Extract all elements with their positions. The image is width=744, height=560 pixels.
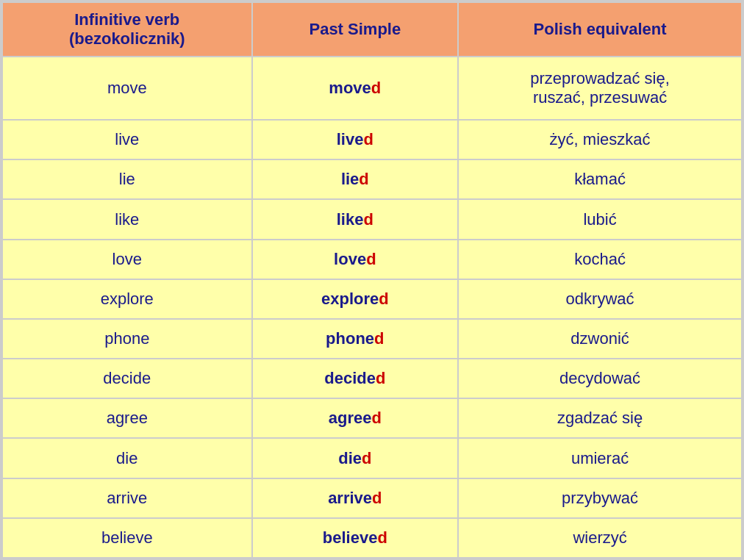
- infinitive-cell: explore: [2, 279, 252, 319]
- polish-cell: decydować: [458, 359, 742, 398]
- polish-cell: wierzyć: [458, 518, 742, 558]
- polish-cell: dzwonić: [458, 319, 742, 359]
- table-row: exploreexploredodkrywać: [2, 279, 742, 319]
- infinitive-cell: agree: [2, 398, 252, 438]
- polish-cell: kłamać: [458, 159, 742, 199]
- past-simple-cell: liked: [252, 199, 459, 239]
- past-simple-cell: decided: [252, 359, 459, 398]
- infinitive-cell: believe: [2, 518, 252, 558]
- polish-cell: przybywać: [458, 478, 742, 518]
- infinitive-cell: like: [2, 199, 252, 239]
- table-row: likelikedlubić: [2, 199, 742, 239]
- past-simple-cell: died: [252, 438, 459, 478]
- past-simple-cell: believed: [252, 518, 459, 558]
- polish-cell: odkrywać: [458, 279, 742, 319]
- suffix-text: d: [371, 409, 381, 427]
- polish-cell: umierać: [458, 438, 742, 478]
- table-row: decidedecideddecydować: [2, 359, 742, 398]
- suffix-text: d: [372, 489, 382, 507]
- table-row: arrivearrivedprzybywać: [2, 478, 742, 518]
- table-row: lieliedkłamać: [2, 159, 742, 199]
- stem-text: move: [329, 79, 371, 97]
- main-table-container: Infinitive verb(bezokolicznik) Past Simp…: [0, 0, 744, 560]
- infinitive-cell: phone: [2, 319, 252, 359]
- suffix-text: d: [362, 449, 371, 467]
- header-row: Infinitive verb(bezokolicznik) Past Simp…: [2, 2, 742, 57]
- table-row: diediedumierać: [2, 438, 742, 478]
- table-row: movemovedprzeprowadzać się,ruszać, przes…: [2, 57, 742, 120]
- table-row: lovelovedkochać: [2, 240, 742, 279]
- past-simple-cell: lived: [252, 120, 459, 159]
- suffix-text: d: [359, 170, 368, 188]
- infinitive-cell: love: [2, 240, 252, 279]
- stem-text: lie: [341, 170, 359, 188]
- table-row: agreeagreedzgadzać się: [2, 398, 742, 438]
- suffix-text: d: [366, 250, 376, 268]
- past-simple-cell: agreed: [252, 398, 459, 438]
- suffix-text: d: [363, 130, 373, 148]
- stem-text: decide: [324, 369, 376, 387]
- past-simple-cell: arrived: [252, 478, 459, 518]
- stem-text: like: [337, 210, 364, 229]
- table-row: phonephoneddzwonić: [2, 319, 742, 359]
- polish-cell: zgadzać się: [458, 398, 742, 438]
- stem-text: believe: [323, 528, 378, 547]
- past-simple-cell: explored: [252, 279, 459, 319]
- header-polish: Polish equivalent: [458, 2, 742, 57]
- suffix-text: d: [371, 79, 381, 97]
- polish-cell: przeprowadzać się,ruszać, przesuwać: [458, 57, 742, 120]
- stem-text: live: [337, 130, 364, 148]
- header-past-simple: Past Simple: [252, 2, 459, 57]
- stem-text: explore: [321, 290, 379, 308]
- suffix-text: d: [376, 369, 385, 387]
- header-infinitive: Infinitive verb(bezokolicznik): [2, 2, 252, 57]
- infinitive-cell: lie: [2, 159, 252, 199]
- suffix-text: d: [374, 329, 384, 348]
- stem-text: love: [334, 250, 366, 268]
- polish-cell: lubić: [458, 199, 742, 239]
- stem-text: phone: [326, 329, 374, 348]
- suffix-text: d: [363, 210, 373, 229]
- past-simple-cell: moved: [252, 57, 459, 120]
- suffix-text: d: [377, 528, 387, 547]
- infinitive-cell: live: [2, 120, 252, 159]
- stem-text: agree: [329, 409, 372, 427]
- past-simple-cell: phoned: [252, 319, 459, 359]
- past-simple-cell: lied: [252, 159, 459, 199]
- stem-text: die: [338, 449, 362, 467]
- infinitive-cell: move: [2, 57, 252, 120]
- suffix-text: d: [379, 290, 388, 308]
- verbs-table: Infinitive verb(bezokolicznik) Past Simp…: [1, 1, 743, 559]
- table-row: livelivedżyć, mieszkać: [2, 120, 742, 159]
- polish-cell: kochać: [458, 240, 742, 279]
- table-row: believebelievedwierzyć: [2, 518, 742, 558]
- infinitive-cell: decide: [2, 359, 252, 398]
- stem-text: arrive: [328, 489, 372, 507]
- infinitive-cell: arrive: [2, 478, 252, 518]
- infinitive-cell: die: [2, 438, 252, 478]
- polish-cell: żyć, mieszkać: [458, 120, 742, 159]
- past-simple-cell: loved: [252, 240, 459, 279]
